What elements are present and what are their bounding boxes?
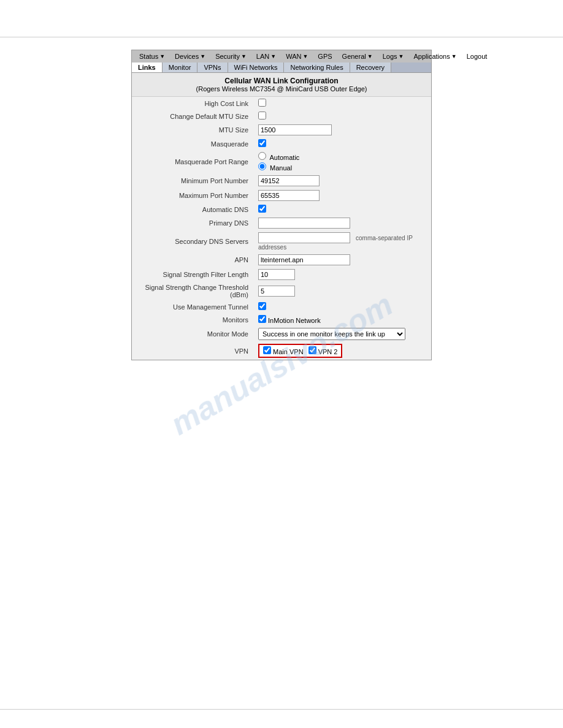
form-subtitle: (Rogers Wireless MC7354 @ MiniCard USB O… <box>134 85 429 93</box>
vpn-main-label[interactable]: Main VPN <box>263 346 304 355</box>
nav-applications-arrow: ▼ <box>451 53 457 59</box>
input-min-port[interactable] <box>258 175 320 186</box>
input-signal-threshold[interactable] <box>258 286 295 297</box>
label-monitors: Monitors <box>132 313 255 326</box>
row-apn: APN <box>132 252 431 267</box>
row-mtu-size: MTU Size <box>132 123 431 137</box>
checkbox-masquerade[interactable] <box>258 139 266 147</box>
tab-recovery[interactable]: Recovery <box>350 63 391 72</box>
row-automatic-dns: Automatic DNS <box>132 203 431 216</box>
input-signal-filter[interactable] <box>258 269 295 280</box>
tab-monitor[interactable]: Monitor <box>163 63 198 72</box>
row-primary-dns: Primary DNS <box>132 216 431 230</box>
nav-applications[interactable]: Applications ▼ <box>408 51 461 61</box>
nav-status-arrow: ▼ <box>159 53 165 59</box>
tab-links[interactable]: Links <box>132 63 163 72</box>
tab-vpns[interactable]: VPNs <box>197 63 228 72</box>
input-apn[interactable] <box>258 254 350 265</box>
nav-lan[interactable]: LAN ▼ <box>251 51 281 61</box>
checkbox-main-vpn[interactable] <box>263 346 271 354</box>
vpn-box: Main VPN VPN 2 <box>258 344 342 358</box>
input-max-port[interactable] <box>258 190 320 201</box>
row-masquerade-port-range: Masquerade Port Range Automatic Manual <box>132 150 431 173</box>
nav-status[interactable]: Status ▼ <box>134 51 170 61</box>
form-title: Cellular WAN Link Configuration <box>134 77 429 85</box>
form-table: High Cost Link Change Default MTU Size M… <box>132 97 431 360</box>
checkbox-high-cost-link[interactable] <box>258 99 266 107</box>
label-use-mgmt-tunnel: Use Management Tunnel <box>132 300 255 313</box>
nav-devices[interactable]: Devices ▼ <box>170 51 210 61</box>
row-use-mgmt-tunnel: Use Management Tunnel <box>132 300 431 313</box>
label-signal-filter: Signal Strength Filter Length <box>132 267 255 282</box>
label-primary-dns: Primary DNS <box>132 216 255 230</box>
label-masquerade: Masquerade <box>132 137 255 150</box>
nav-bar: Status ▼ Devices ▼ Security ▼ LAN ▼ WAN … <box>131 50 432 63</box>
radio-automatic[interactable] <box>258 152 266 160</box>
row-change-mtu: Change Default MTU Size <box>132 110 431 123</box>
input-primary-dns[interactable] <box>258 218 350 229</box>
form-container: Cellular WAN Link Configuration (Rogers … <box>131 72 432 360</box>
nav-logs-arrow: ▼ <box>399 53 404 59</box>
radio-label-manual[interactable]: Manual <box>258 162 427 172</box>
sub-nav: Links Monitor VPNs WiFi Networks Network… <box>131 63 432 72</box>
label-secondary-dns: Secondary DNS Servers <box>132 230 255 252</box>
nav-general[interactable]: General ▼ <box>337 51 378 61</box>
row-signal-threshold: Signal Strength Change Threshold (dBm) <box>132 282 431 300</box>
checkbox-inmotion[interactable] <box>258 315 266 323</box>
row-min-port: Minimum Port Number <box>132 173 431 188</box>
nav-logout[interactable]: Logout <box>462 51 492 61</box>
tab-wifi-networks[interactable]: WiFi Networks <box>228 63 285 72</box>
label-high-cost-link: High Cost Link <box>132 97 255 110</box>
tab-networking-rules[interactable]: Networking Rules <box>284 63 350 72</box>
form-header: Cellular WAN Link Configuration (Rogers … <box>132 73 431 97</box>
masquerade-port-range-group: Automatic Manual <box>258 152 427 172</box>
nav-gps[interactable]: GPS <box>313 51 337 61</box>
checkbox-use-mgmt-tunnel[interactable] <box>258 302 266 310</box>
label-mtu-size: MTU Size <box>132 123 255 137</box>
nav-security[interactable]: Security ▼ <box>210 51 251 61</box>
label-min-port: Minimum Port Number <box>132 173 255 188</box>
row-monitors: Monitors InMotion Network <box>132 313 431 326</box>
label-masquerade-port-range: Masquerade Port Range <box>132 150 255 173</box>
row-monitor-mode: Monitor Mode Success in one monitor keep… <box>132 326 431 342</box>
nav-wan[interactable]: WAN ▼ <box>281 51 313 61</box>
row-high-cost-link: High Cost Link <box>132 97 431 110</box>
label-signal-threshold: Signal Strength Change Threshold (dBm) <box>132 282 255 300</box>
input-secondary-dns[interactable] <box>258 232 350 243</box>
monitors-inmotion-label[interactable]: InMotion Network <box>258 317 321 324</box>
vpn-2-label[interactable]: VPN 2 <box>308 346 338 355</box>
row-secondary-dns: Secondary DNS Servers comma-separated IP… <box>132 230 431 252</box>
nav-logs[interactable]: Logs ▼ <box>378 51 409 61</box>
nav-lan-arrow: ▼ <box>270 53 276 59</box>
input-mtu-size[interactable] <box>258 124 332 135</box>
checkbox-vpn-2[interactable] <box>308 346 316 354</box>
label-monitor-mode: Monitor Mode <box>132 326 255 342</box>
nav-security-arrow: ▼ <box>241 53 247 59</box>
checkbox-automatic-dns[interactable] <box>258 205 266 213</box>
label-vpn: VPN <box>132 342 255 360</box>
radio-label-automatic[interactable]: Automatic <box>258 152 427 161</box>
row-signal-filter: Signal Strength Filter Length <box>132 267 431 282</box>
label-apn: APN <box>132 252 255 267</box>
radio-manual[interactable] <box>258 162 266 170</box>
label-max-port: Maximum Port Number <box>132 188 255 203</box>
label-automatic-dns: Automatic DNS <box>132 203 255 216</box>
row-masquerade: Masquerade <box>132 137 431 150</box>
nav-general-arrow: ▼ <box>367 53 373 59</box>
row-max-port: Maximum Port Number <box>132 188 431 203</box>
checkbox-change-mtu[interactable] <box>258 112 266 119</box>
select-monitor-mode[interactable]: Success in one monitor keeps the link up <box>258 328 405 340</box>
label-change-mtu: Change Default MTU Size <box>132 110 255 123</box>
nav-wan-arrow: ▼ <box>302 53 308 59</box>
nav-devices-arrow: ▼ <box>200 53 205 59</box>
row-vpn: VPN Main VPN VPN 2 <box>132 342 431 360</box>
